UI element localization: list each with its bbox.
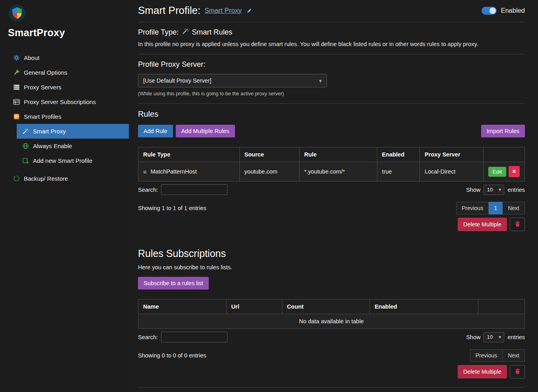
chevron-down-icon: ▾ [499, 334, 501, 340]
sidebar-item-label: General Options [24, 69, 67, 76]
subscriptions-table-controls: Search: Show 10 ▾ entries [138, 332, 525, 342]
rules-search-input[interactable] [161, 184, 227, 195]
subscriptions-pagination-row: Showing 0 to 0 of 0 entries Previous Nex… [138, 349, 525, 362]
subscriptions-description: Here you can subscribe to rules lists. [138, 264, 525, 270]
col-count: Count [282, 299, 370, 314]
page-header: Smart Profile: Smart Proxy Enabled [138, 0, 525, 22]
previous-page-button[interactable]: Previous [470, 349, 503, 362]
sidebar-item-label: Smart Profiles [24, 113, 61, 120]
rules-title: Rules [138, 110, 525, 119]
footer-actions: Save Changes Reject Changes ? [138, 387, 525, 392]
subscriptions-pager: Previous Next [470, 349, 525, 362]
subscriptions-table-header-row: Name Url Count Enabled [138, 299, 525, 314]
sidebar-item-label: Smart Proxy [33, 128, 66, 135]
col-url: Url [226, 299, 282, 314]
rule-type-value: MatchPatternHost [151, 168, 197, 175]
sidebar-item-backup-restore[interactable]: Backup/ Restore [13, 171, 131, 186]
rules-toolbar: Add Rule Add Multiple Rules Import Rules [138, 125, 525, 137]
proxy-server-label: Profile Proxy Server: [138, 60, 525, 69]
rules-section: Rules Add Rule Add Multiple Rules Import… [138, 104, 525, 231]
sidebar-item-label: Proxy Server Subscriptions [24, 98, 96, 105]
page-1-button[interactable]: 1 [489, 202, 503, 214]
enabled-label: Enabled [501, 7, 525, 14]
sidebar-item-label: Backup/ Restore [24, 175, 68, 182]
rule-pattern-value: *.youtube.com/* [299, 162, 377, 182]
proxy-server-section: Profile Proxy Server: [Use Default Proxy… [138, 54, 525, 104]
subscriptions-summary: Showing 0 to 0 of 0 entries [138, 352, 206, 359]
proxy-server-selected-option: [Use Default Proxy Server] [143, 77, 212, 84]
subscriptions-delete-row: Delete Multiple [138, 365, 525, 378]
sidebar-item-proxy-server-subscriptions[interactable]: Proxy Server Subscriptions [13, 95, 131, 109]
trash-icon [515, 368, 521, 376]
sidebar-item-smart-proxy[interactable]: Smart Proxy [17, 124, 129, 139]
trash-button[interactable] [510, 218, 525, 231]
edit-rule-button[interactable]: Edit [488, 167, 506, 177]
page-size-value: 10 [487, 187, 493, 193]
profile-type-section: Profile Type: Smart Rules In this profil… [138, 22, 525, 54]
delete-multiple-rules-button[interactable]: Delete Multiple [458, 218, 507, 231]
servers-icon [13, 84, 20, 91]
col-name: Name [138, 299, 227, 314]
trash-button[interactable] [510, 365, 525, 378]
backup-icon [13, 175, 20, 182]
rules-table: Rule Type Source Rule Enabled Proxy Serv… [138, 147, 525, 182]
smart-rules-wand-icon [182, 28, 189, 37]
sidebar-item-proxy-servers[interactable]: Proxy Servers [13, 80, 131, 95]
chevron-down-icon: ▾ [499, 187, 501, 193]
empty-table-message: No data available in table [138, 314, 525, 329]
subscriptions-search-input[interactable] [161, 332, 227, 342]
import-rules-button[interactable]: Import Rules [481, 125, 525, 137]
subscriptions-title: Rules Subscriptions [138, 248, 525, 259]
rules-table-header-row: Rule Type Source Rule Enabled Proxy Serv… [138, 147, 525, 162]
trash-icon [515, 220, 521, 228]
profile-type-description: In this profile no proxy is applied unle… [138, 41, 525, 47]
add-multiple-rules-button[interactable]: Add Multiple Rules [176, 125, 235, 137]
sidebar-item-label: About [24, 54, 39, 61]
enabled-toggle[interactable] [482, 7, 497, 15]
rules-table-controls: Search: Show 10 ▾ entries [138, 184, 525, 195]
previous-page-button[interactable]: Previous [456, 202, 489, 214]
show-label: Show [466, 187, 480, 193]
chevron-down-icon: ▾ [319, 78, 322, 84]
sidebar-item-about[interactable]: About [13, 50, 131, 65]
proxy-server-select[interactable]: [Use Default Proxy Server] ▾ [138, 74, 327, 87]
edit-profile-name-icon[interactable] [247, 8, 252, 14]
subscriptions-page-size-select[interactable]: 10 ▾ [484, 332, 504, 342]
rule-enabled-value: true [377, 162, 420, 182]
search-label: Search: [138, 334, 158, 340]
rules-page-size-select[interactable]: 10 ▾ [484, 185, 504, 195]
rules-subscriptions-section: Rules Subscriptions Here you can subscri… [138, 248, 525, 378]
sidebar-item-smart-profiles[interactable]: Smart Profiles [13, 109, 131, 124]
main-content: Smart Profile: Smart Proxy Enabled Profi… [131, 0, 538, 392]
rule-source-value: youtube.com [239, 162, 299, 182]
subscriptions-icon [13, 98, 20, 106]
next-page-button[interactable]: Next [503, 202, 525, 214]
col-source: Source [239, 147, 299, 162]
rules-pager: Previous 1 Next [456, 202, 525, 214]
proxy-server-note: (While using this profile, this is going… [138, 91, 525, 97]
sidebar-item-general-options[interactable]: General Options [13, 65, 131, 80]
empty-table-row: No data available in table [138, 314, 525, 329]
table-row: ≡ MatchPatternHost youtube.com *.youtube… [138, 162, 525, 182]
delete-rule-button[interactable]: × [509, 166, 520, 177]
profile-name-link[interactable]: Smart Proxy [205, 7, 242, 15]
next-page-button[interactable]: Next [503, 349, 525, 362]
smart-profiles-submenu: Smart Proxy Always Enable Add new Smart … [17, 124, 129, 168]
sidebar-item-always-enable[interactable]: Always Enable [17, 139, 129, 153]
profile-type-label: Profile Type: [138, 28, 179, 37]
rules-summary: Showing 1 to 1 of 1 entries [138, 205, 206, 211]
add-rule-button[interactable]: Add Rule [138, 125, 173, 137]
gear-icon [13, 54, 20, 62]
globe-icon [22, 143, 29, 150]
sidebar-item-label: Proxy Servers [24, 84, 61, 91]
drag-handle-icon[interactable]: ≡ [143, 168, 147, 175]
delete-multiple-subscriptions-button[interactable]: Delete Multiple [458, 365, 507, 378]
sidebar-item-add-new-smart-profile[interactable]: Add new Smart Profile [17, 153, 129, 168]
close-icon: × [512, 168, 516, 175]
subscriptions-table: Name Url Count Enabled No data available… [138, 299, 525, 329]
sidebar: SmartProxy About General Options Proxy S… [0, 0, 131, 392]
search-label: Search: [138, 187, 158, 193]
subscribe-rules-list-button[interactable]: Subscribe to a rules list [138, 277, 209, 290]
col-actions [478, 299, 525, 314]
show-label: Show [466, 334, 480, 340]
